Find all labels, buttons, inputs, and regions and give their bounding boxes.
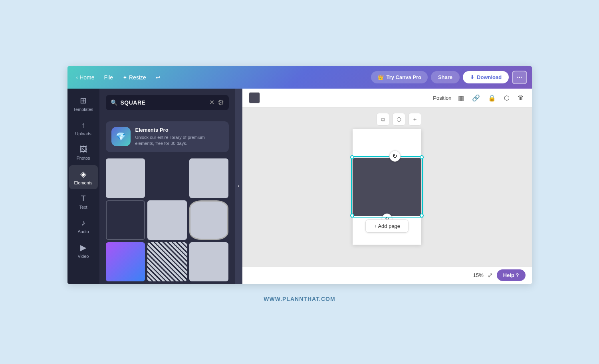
canvas-page-container: ⧉ ⬡ ＋ — [353, 129, 421, 245]
color-swatch[interactable] — [249, 92, 260, 103]
collapse-icon: ‹ — [238, 183, 240, 189]
sidebar-item-elements[interactable]: ◈ Elements — [69, 165, 98, 189]
lock-button[interactable]: 🔒 — [486, 93, 498, 103]
elements-icon: ◈ — [80, 169, 86, 179]
undo-icon: ↩ — [156, 74, 161, 81]
crown-icon: 👑 — [377, 74, 384, 80]
position-label: Position — [433, 95, 451, 101]
elements-grid — [106, 158, 229, 281]
home-label: Home — [79, 74, 94, 81]
audio-icon: ♪ — [81, 218, 85, 228]
lock-icon: 🔒 — [488, 94, 496, 102]
search-icon: 🔍 — [111, 99, 117, 106]
delete-button[interactable]: 🗑 — [516, 93, 526, 103]
handle-top-left[interactable] — [350, 155, 354, 159]
grid-item-2[interactable] — [147, 158, 187, 198]
grid-item-5[interactable] — [147, 200, 187, 240]
sidebar-item-label: Elements — [74, 180, 93, 185]
sidebar-item-photos[interactable]: 🖼 Photos — [69, 141, 98, 164]
link-button[interactable]: 🔗 — [470, 93, 482, 103]
try-canva-label: Try Canva Pro — [386, 74, 421, 80]
sidebar-item-label: Text — [79, 205, 87, 210]
main-body: ⊞ Templates ↑ Uploads 🖼 Photos ◈ Element… — [67, 89, 532, 284]
promo-icon: 💎 — [111, 127, 131, 146]
rotate-icon: ↻ — [393, 153, 397, 159]
sidebar-item-label: Audio — [77, 229, 89, 234]
grid-item-9[interactable] — [189, 242, 229, 282]
sidebar-item-text[interactable]: T Text — [69, 190, 98, 214]
handle-top-right[interactable] — [420, 155, 424, 159]
page-top-area — [353, 129, 421, 158]
resize-button[interactable]: ✦ Resize — [119, 72, 150, 83]
file-button[interactable]: File — [100, 72, 117, 83]
download-icon: ⬇ — [470, 74, 474, 80]
sidebar-item-uploads[interactable]: ↑ Uploads — [69, 117, 98, 140]
topbar-left: ‹ Home File ✦ Resize ↩ — [72, 72, 368, 83]
collapse-panel-button[interactable]: ‹ — [235, 89, 242, 284]
download-button[interactable]: ⬇ Download — [463, 71, 509, 83]
grid-item-8[interactable] — [147, 242, 187, 282]
help-button[interactable]: Help ? — [497, 269, 526, 281]
expand-button[interactable]: ⤢ — [488, 271, 493, 279]
canvas-content: ⧉ ⬡ ＋ — [242, 108, 532, 266]
undo-button[interactable]: ↩ — [152, 72, 165, 83]
page-copy-style-button[interactable]: ⧉ — [377, 113, 389, 126]
add-icon: ＋ — [412, 116, 418, 123]
handle-bottom-left[interactable] — [350, 214, 354, 218]
promo-title: Elements Pro — [135, 127, 223, 133]
sidebar-item-audio[interactable]: ♪ Audio — [69, 214, 98, 238]
grid-item-7[interactable] — [106, 242, 145, 282]
sidebar-item-label: Templates — [73, 107, 93, 112]
grid-item-3[interactable] — [189, 158, 229, 198]
try-canva-button[interactable]: 👑 Try Canva Pro — [371, 71, 427, 83]
topbar: ‹ Home File ✦ Resize ↩ 👑 Try Canva Pro S… — [67, 66, 532, 89]
copy-style-icon: ⧉ — [381, 116, 385, 123]
sidebar-item-label: Uploads — [75, 131, 91, 136]
share-button[interactable]: Share — [431, 71, 460, 83]
home-button[interactable]: ‹ Home — [72, 72, 99, 83]
page-tools: ⧉ ⬡ ＋ — [377, 113, 421, 126]
handle-bottom-right[interactable] — [420, 214, 424, 218]
resize-label: Resize — [129, 74, 146, 81]
footer-url: WWW.PLANNTHAT.COM — [264, 296, 335, 302]
transparency-icon: ▦ — [458, 94, 464, 102]
sidebar-item-video[interactable]: ▶ Video — [69, 239, 98, 263]
video-icon: ▶ — [80, 243, 86, 252]
app-container: ‹ Home File ✦ Resize ↩ 👑 Try Canva Pro S… — [67, 66, 532, 284]
add-page-label: + Add page — [374, 223, 400, 229]
search-input[interactable] — [121, 99, 206, 106]
transparency-button[interactable]: ▦ — [456, 93, 466, 103]
topbar-right: 👑 Try Canva Pro Share ⬇ Download ··· — [371, 71, 527, 84]
icon-sidebar: ⊞ Templates ↑ Uploads 🖼 Photos ◈ Element… — [67, 89, 99, 284]
text-icon: T — [81, 194, 85, 203]
chevron-left-icon: ‹ — [76, 74, 78, 81]
bottom-bar: 15% ⤢ Help ? — [242, 266, 532, 284]
help-label: Help ? — [503, 272, 519, 278]
rotate-handle[interactable]: ↻ — [389, 150, 401, 162]
footer: WWW.PLANNTHAT.COM — [264, 296, 335, 302]
search-bar: 🔍 ✕ ⚙ — [106, 95, 229, 110]
more-options-button[interactable]: ··· — [512, 71, 527, 84]
delete-icon: 🗑 — [518, 94, 524, 101]
copy-icon: ⬡ — [504, 94, 510, 102]
selected-shape[interactable] — [353, 158, 421, 216]
page-add-button[interactable]: ＋ — [409, 113, 421, 126]
canvas-toolbar: Position ▦ 🔗 🔒 ⬡ 🗑 — [242, 89, 532, 108]
grid-item-1[interactable] — [106, 158, 145, 198]
copy-button[interactable]: ⬡ — [502, 93, 511, 103]
zoom-label: 15% — [473, 272, 484, 278]
grid-item-6[interactable] — [189, 200, 229, 240]
page-duplicate-button[interactable]: ⬡ — [393, 113, 405, 126]
search-filter-button[interactable]: ⚙ — [218, 98, 224, 107]
add-page-button[interactable]: + Add page — [365, 220, 409, 233]
sidebar-item-label: Video — [78, 254, 89, 259]
promo-text: Elements Pro Unlock our entire library o… — [135, 127, 223, 147]
grid-item-4[interactable] — [106, 200, 145, 240]
duplicate-icon: ⬡ — [397, 116, 401, 123]
canvas-area: Position ▦ 🔗 🔒 ⬡ 🗑 — [242, 89, 532, 284]
expand-icon: ⤢ — [488, 272, 493, 279]
sidebar-item-label: Photos — [76, 156, 90, 160]
photos-icon: 🖼 — [79, 145, 87, 154]
search-clear-button[interactable]: ✕ — [209, 99, 214, 106]
sidebar-item-templates[interactable]: ⊞ Templates — [69, 92, 98, 116]
